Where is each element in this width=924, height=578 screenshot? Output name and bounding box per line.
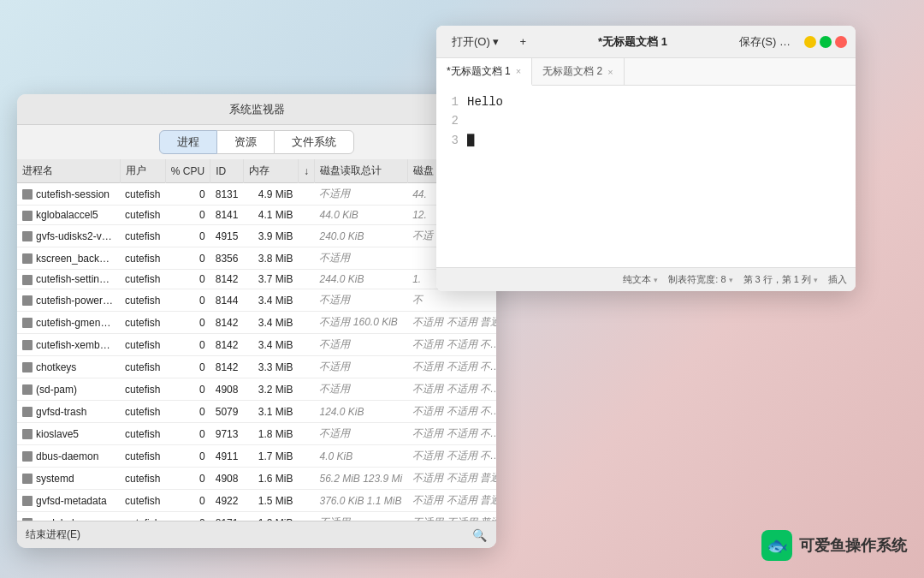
sysmon-window: 系统监视器 进程 资源 文件系统 进程名 用户 % CPU ID 内存 ↓ 磁盘… <box>17 94 496 548</box>
table-row[interactable]: dbus-daemoncutefish049111.7 MiB4.0 KiB不适… <box>17 445 496 468</box>
table-row[interactable]: cutefish-xembedsniproxcutefish081423.4 M… <box>17 334 496 356</box>
minimize-button[interactable]: — <box>804 36 816 48</box>
table-row[interactable]: systemdcutefish049081.6 MiB56.2 MiB 123.… <box>17 468 496 490</box>
table-row[interactable]: cutefish-sessioncutefish081314.9 MiB不适用4… <box>17 183 496 206</box>
end-process-button[interactable]: 结束进程(E) <box>26 527 80 542</box>
table-row[interactable]: gvfs-udisks2-volume-mocutefish049153.9 M… <box>17 225 496 247</box>
col-header-name[interactable]: 进程名 <box>17 159 120 183</box>
col-header-mem[interactable]: 内存 <box>243 159 298 183</box>
line-3: 3 █ <box>445 131 847 150</box>
status-tab-width[interactable]: 制表符宽度: 8 ▾ <box>668 273 732 286</box>
watermark: 🐟 可爱鱼操作系统 <box>761 530 907 561</box>
pos-arrow: ▾ <box>814 276 818 284</box>
col-header-sort-arrow[interactable]: ↓ <box>298 159 314 183</box>
table-row[interactable]: cutefish-powermancutefish081443.4 MiB不适用… <box>17 289 496 312</box>
menu-open[interactable]: 打开(O) ▾ <box>445 33 506 51</box>
sysmon-footer: 结束进程(E) 🔍 <box>17 521 496 548</box>
watermark-text: 可爱鱼操作系统 <box>799 535 907 556</box>
line-1: 1 Hello <box>445 92 847 111</box>
table-row[interactable]: nacl_helpercutefish081711.2 MiB不适用不适用 不适… <box>17 512 496 521</box>
editor-content-area[interactable]: 1 Hello 2 3 █ <box>436 86 856 267</box>
editor-title: *无标题文档 1 <box>540 34 726 50</box>
tab-resource[interactable]: 资源 <box>217 130 274 154</box>
table-row[interactable]: (sd-pam)cutefish049083.2 MiB不适用不适用 不适用 不… <box>17 378 496 401</box>
window-controls: — □ × <box>804 36 847 48</box>
tab-close-doc1[interactable]: × <box>516 66 521 76</box>
status-position[interactable]: 第 3 行，第 1 列 ▾ <box>743 273 818 286</box>
maximize-button[interactable]: □ <box>820 36 832 48</box>
status-mode[interactable]: 纯文本 ▾ <box>623 273 658 286</box>
table-row[interactable]: kioslave5cutefish097131.8 MiB不适用不适用 不适用 … <box>17 423 496 445</box>
menu-save[interactable]: 保存(S) … <box>732 33 797 51</box>
process-table: 进程名 用户 % CPU ID 内存 ↓ 磁盘读取总计 磁盘 cutefish-… <box>17 159 496 521</box>
tab-arrow: ▾ <box>729 276 733 284</box>
mode-arrow: ▾ <box>654 276 658 284</box>
editor-statusbar: 纯文本 ▾ 制表符宽度: 8 ▾ 第 3 行，第 1 列 ▾ 插入 <box>436 267 856 291</box>
table-row[interactable]: cutefish-gmenuproxycutefish081423.4 MiB不… <box>17 312 496 334</box>
col-header-cpu[interactable]: % CPU <box>165 159 210 183</box>
status-insert-mode[interactable]: 插入 <box>828 273 847 286</box>
tab-doc1[interactable]: *无标题文档 1 × <box>436 58 532 86</box>
editor-tabs-bar: *无标题文档 1 × 无标题文档 2 × <box>436 58 856 86</box>
table-row[interactable]: cutefish-settings-daemocutefish081423.7 … <box>17 270 496 289</box>
search-icon[interactable]: 🔍 <box>471 527 488 544</box>
sysmon-titlebar: 系统监视器 <box>17 94 496 125</box>
table-scroll-area[interactable]: 进程名 用户 % CPU ID 内存 ↓ 磁盘读取总计 磁盘 cutefish-… <box>17 159 496 521</box>
table-row[interactable]: kscreen_backend_launccutefish083563.8 Mi… <box>17 247 496 270</box>
sysmon-title: 系统监视器 <box>229 102 285 117</box>
line-2: 2 <box>445 111 847 130</box>
table-row[interactable]: gvfsd-metadatacutefish049221.5 MiB376.0 … <box>17 490 496 512</box>
close-button[interactable]: × <box>835 36 847 48</box>
tab-close-doc2[interactable]: × <box>607 67 613 77</box>
tab-doc2[interactable]: 无标题文档 2 × <box>532 58 624 85</box>
process-table-container: 进程名 用户 % CPU ID 内存 ↓ 磁盘读取总计 磁盘 cutefish-… <box>17 159 496 521</box>
sysmon-tabs: 进程 资源 文件系统 <box>17 125 496 159</box>
editor-window: 打开(O) ▾ + *无标题文档 1 保存(S) … — □ × *无标题文档 … <box>436 26 856 291</box>
table-row[interactable]: gvfsd-trashcutefish050793.1 MiB124.0 KiB… <box>17 401 496 423</box>
table-header-row: 进程名 用户 % CPU ID 内存 ↓ 磁盘读取总计 磁盘 <box>17 159 496 183</box>
menu-new-tab[interactable]: + <box>512 33 533 50</box>
wechat-icon: 🐟 <box>761 530 792 561</box>
table-row[interactable]: chotkeyscutefish081423.3 MiB不适用不适用 不适用 不… <box>17 356 496 378</box>
col-header-id[interactable]: ID <box>210 159 244 183</box>
tab-process[interactable]: 进程 <box>159 130 217 154</box>
col-header-disk-read[interactable]: 磁盘读取总计 <box>314 159 407 183</box>
tab-filesystem[interactable]: 文件系统 <box>274 130 354 154</box>
table-row[interactable]: kglobalaccel5cutefish081414.1 MiB44.0 Ki… <box>17 206 496 225</box>
col-header-user[interactable]: 用户 <box>120 159 165 183</box>
editor-titlebar: 打开(O) ▾ + *无标题文档 1 保存(S) … — □ × <box>436 26 856 58</box>
